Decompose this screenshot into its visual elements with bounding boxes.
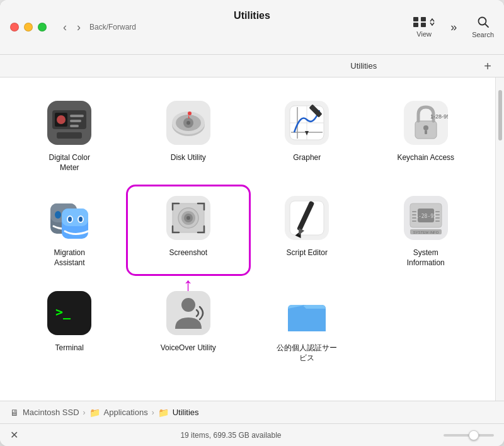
disk-utility-icon [166,101,210,145]
svg-point-19 [186,121,190,125]
more-icon[interactable]: » [450,21,457,34]
breadcrumb-sep-2: › [152,408,154,417]
svg-text:>_: >_ [55,304,71,319]
locationbar: Utilities + [0,55,504,77]
file-name: MigrationAssistant [54,248,85,268]
file-name: Screenshot [169,248,207,258]
list-item[interactable]: 1-28-95 Keychain Access [367,93,486,178]
breadcrumb-applications[interactable]: 📁 Applications [89,408,148,418]
svg-point-20 [188,112,192,115]
app-icon-screenshot [163,193,214,243]
svg-rect-62 [412,220,416,222]
app-icon-terminal: >_ [44,288,94,338]
svg-point-36 [55,211,61,219]
svg-rect-13 [57,132,82,139]
forward-button[interactable]: › [73,19,84,35]
svg-text:1-28-95: 1-28-95 [415,214,437,219]
list-item[interactable]: Screenshot ↑ [129,188,248,273]
search-label: Search [472,31,494,38]
title-center: Utilities [234,9,270,23]
window-title: Utilities [234,9,270,23]
slider-thumb[interactable] [469,430,479,440]
breadcrumb-sep-1: › [83,408,86,417]
nav-buttons: ‹ › Back/Forward [59,19,136,35]
svg-line-5 [485,24,488,27]
zoom-slider[interactable] [444,434,494,437]
svg-rect-1 [421,17,426,21]
breadcrumb-utilities[interactable]: 📁 Utilities [158,408,199,418]
utilities-folder-icon: 📁 [158,408,169,418]
file-name: VoiceOver Utility [161,343,216,353]
search-toolbar-group[interactable]: Search [472,16,494,38]
system-information-icon: 1-28-95 SYSTEM INFO [404,196,448,240]
titlebar: ‹ › Back/Forward Utilities [0,0,504,55]
app-icon-keychain-access: 1-28-95 [401,98,451,148]
voiceover-utility-icon [166,291,210,335]
breadcrumb-label: Applications [104,408,148,417]
finder-window: ‹ › Back/Forward Utilities [0,0,504,446]
svg-rect-12 [70,125,79,127]
svg-point-72 [181,298,195,312]
back-forward-label: Back/Forward [89,23,136,31]
view-icons[interactable] [413,16,435,28]
scrollbar[interactable] [495,77,504,401]
close-button[interactable] [10,23,19,31]
macintosh-ssd-icon: 🖥 [10,408,19,418]
breadcrumb-bar: 🖥 Macintosh SSD › 📁 Applications › 📁 Uti… [0,401,504,423]
screenshot-icon [166,196,210,240]
list-item[interactable]: Grapher [248,93,367,178]
app-icon-digital-color-meter [44,98,94,148]
svg-rect-66 [435,220,440,222]
scrollbar-thumb[interactable] [498,90,502,140]
toolbar-right: View » Search [413,16,494,38]
list-item[interactable]: Script Editor [248,188,367,273]
applications-folder-icon: 📁 [89,408,100,418]
more-toolbar-group[interactable]: » [450,21,457,34]
add-button[interactable]: + [481,60,494,72]
script-editor-icon [285,196,329,240]
svg-point-49 [186,216,190,220]
svg-rect-32 [425,130,427,134]
location-title: Utilities [246,61,481,71]
svg-rect-10 [70,115,84,117]
close-icon[interactable]: ✕ [10,429,18,441]
svg-rect-0 [413,17,418,21]
svg-point-43 [79,217,83,222]
svg-rect-11 [70,120,81,122]
digital-color-meter-icon [47,101,91,145]
svg-rect-39 [62,209,88,226]
kojin-folder-icon [285,291,329,335]
minimize-button[interactable] [24,23,33,31]
list-item[interactable]: 1-28-95 SYSTEM INFO [367,188,486,273]
list-item[interactable]: 公的個人認証サービス [248,283,367,368]
file-name: Disk Utility [171,153,206,163]
file-name: Digital ColorMeter [49,153,90,173]
list-item[interactable]: MigrationAssistant [10,188,129,273]
svg-rect-64 [435,214,440,215]
grapher-icon [285,101,329,145]
list-item[interactable]: Disk Utility [129,93,248,178]
search-icon[interactable] [477,16,490,28]
file-name: Terminal [55,343,84,353]
breadcrumb-label: Utilities [173,408,199,417]
svg-point-9 [57,115,66,124]
slider-track[interactable] [444,434,494,437]
breadcrumb-label: Macintosh SSD [23,408,79,417]
list-item[interactable]: >_ Terminal [10,283,129,368]
grid-view-icon[interactable] [413,16,427,28]
traffic-lights [10,23,47,31]
terminal-icon: >_ [47,291,91,335]
app-icon-grapher [282,98,332,148]
list-item[interactable]: VoiceOver Utility [129,283,248,368]
file-name: Keychain Access [397,153,454,163]
back-button[interactable]: ‹ [59,19,71,35]
view-label: View [416,30,432,38]
file-name: Grapher [293,153,321,163]
migration-assistant-icon [47,196,91,240]
breadcrumb-macintosh-ssd[interactable]: 🖥 Macintosh SSD [10,408,79,418]
svg-rect-61 [412,217,416,219]
svg-rect-65 [435,217,440,219]
list-item[interactable]: Digital ColorMeter [10,93,129,178]
maximize-button[interactable] [38,23,47,31]
svg-text:SYSTEM INFO: SYSTEM INFO [413,231,438,234]
